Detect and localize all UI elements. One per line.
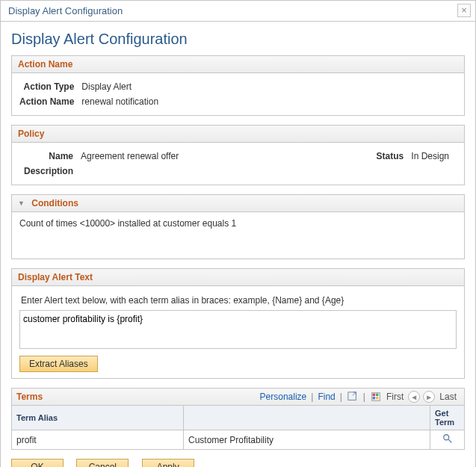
prev-row-button[interactable]: ◄ — [408, 391, 420, 403]
conditions-heading[interactable]: Conditions — [12, 195, 464, 212]
toolbar-separator: | — [311, 392, 313, 402]
zoom-icon[interactable] — [347, 391, 359, 403]
dialog-window: Display Alert Configuration × Display Al… — [0, 0, 476, 467]
last-label: Last — [439, 392, 457, 402]
download-icon[interactable] — [370, 391, 382, 403]
col-get-term: Get Term — [430, 406, 465, 430]
footer-buttons: OK Cancel Apply — [11, 459, 465, 467]
find-link[interactable]: Find — [318, 392, 335, 402]
lookup-icon[interactable] — [442, 433, 453, 444]
action-name-value: renewal notification — [81, 94, 166, 109]
action-name-label: Action Name — [19, 94, 81, 109]
svg-point-6 — [443, 435, 448, 440]
close-icon[interactable]: × — [457, 4, 471, 17]
policy-heading: Policy — [12, 126, 464, 143]
alert-text-section: Display Alert Text Enter Alert text belo… — [11, 268, 465, 379]
action-name-section: Action Name Action Type Display Alert Ac… — [11, 55, 465, 116]
policy-status-value: In Design — [411, 149, 457, 164]
terms-grid-header-row: Term Alias Get Term — [12, 406, 465, 430]
table-row: profit Customer Profitability — [12, 430, 465, 450]
terms-heading: Terms — [16, 392, 43, 402]
col-term — [184, 406, 430, 430]
svg-rect-5 — [376, 397, 379, 400]
policy-name-label: Name — [19, 149, 81, 164]
conditions-heading-text: Conditions — [31, 198, 78, 208]
window-title: Display Alert Configuration — [8, 5, 123, 16]
content-area: Display Alert Configuration Action Name … — [1, 22, 475, 467]
action-name-fields: Action Type Display Alert Action Name re… — [19, 79, 166, 109]
first-label: First — [386, 392, 404, 402]
cell-term: Customer Profitability — [184, 430, 430, 450]
extract-aliases-button[interactable]: Extract Aliases — [19, 356, 98, 372]
policy-fields-left: Name Agreement renewal offer Description — [19, 149, 186, 179]
col-term-alias: Term Alias — [12, 406, 184, 430]
conditions-section: Conditions Count of times <10000> instal… — [11, 194, 465, 259]
policy-name-value: Agreement renewal offer — [81, 149, 186, 164]
terms-grid: Term Alias Get Term profit Customer Prof… — [11, 405, 465, 450]
svg-line-7 — [448, 439, 451, 442]
svg-rect-4 — [373, 397, 376, 400]
toolbar-separator: | — [363, 392, 365, 402]
policy-desc-value — [81, 164, 186, 179]
svg-rect-3 — [376, 394, 379, 397]
title-bar: Display Alert Configuration × — [1, 1, 475, 22]
conditions-text: Count of times <10000> installed at cust… — [12, 212, 464, 259]
apply-button[interactable]: Apply — [142, 459, 194, 467]
action-type-value: Display Alert — [81, 79, 166, 94]
terms-toolbar: Terms Personalize | Find | | First ◄ ► L… — [11, 388, 465, 405]
action-name-heading: Action Name — [12, 56, 464, 73]
policy-section: Policy Name Agreement renewal offer Desc… — [11, 125, 465, 185]
alert-text-instruction: Enter Alert text below, with each term a… — [19, 292, 457, 310]
action-type-label: Action Type — [19, 79, 81, 94]
toolbar-separator: | — [340, 392, 342, 402]
personalize-link[interactable]: Personalize — [260, 392, 307, 402]
page-title: Display Alert Configuration — [11, 31, 465, 48]
alert-text-input[interactable] — [19, 310, 457, 349]
ok-button[interactable]: OK — [11, 459, 64, 467]
next-row-button[interactable]: ► — [423, 391, 435, 403]
cancel-button[interactable]: Cancel — [76, 459, 129, 467]
policy-fields-right: Status In Design — [377, 149, 457, 164]
policy-status-label: Status — [377, 149, 412, 164]
policy-desc-label: Description — [19, 164, 81, 179]
cell-term-alias: profit — [12, 430, 184, 450]
alert-text-heading: Display Alert Text — [12, 269, 464, 286]
svg-rect-2 — [373, 394, 376, 397]
